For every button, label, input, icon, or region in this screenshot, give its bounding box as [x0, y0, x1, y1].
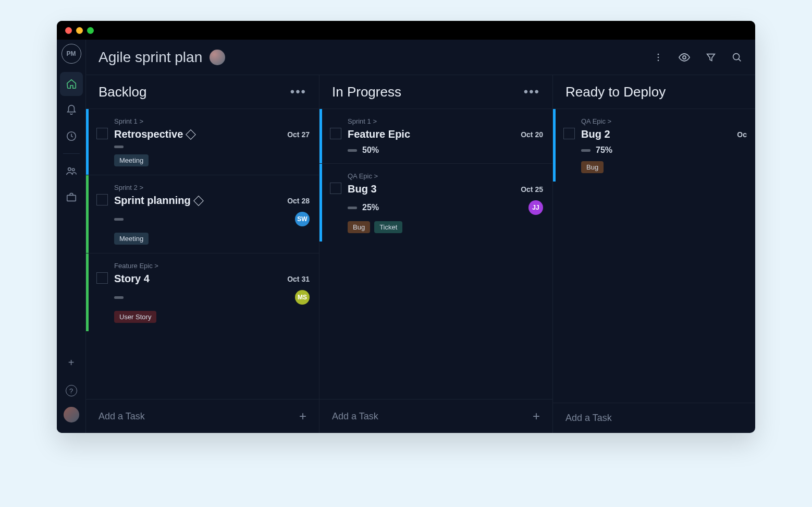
task-breadcrumb[interactable]: QA Epic >	[348, 172, 543, 180]
window-maximize-icon[interactable]	[87, 27, 94, 34]
column-title: Backlog	[99, 84, 147, 100]
app-logo[interactable]: PM	[61, 44, 81, 64]
sidebar-item-people[interactable]	[60, 159, 83, 183]
column-title: Ready to Deploy	[565, 84, 666, 100]
sidebar-item-projects[interactable]	[60, 185, 83, 209]
column-cards: QA Epic >Bug 2Oc75%Bug	[553, 108, 755, 403]
task-breadcrumb[interactable]: Sprint 2 >	[114, 184, 310, 191]
task-complete-checkbox[interactable]	[330, 183, 341, 194]
tag[interactable]: User Story	[114, 311, 156, 323]
task-breadcrumb[interactable]: Sprint 1 >	[348, 117, 543, 125]
task-title: Retrospective	[114, 128, 194, 140]
column-more-button[interactable]: •••	[524, 84, 540, 99]
tag[interactable]: Meeting	[114, 233, 149, 245]
sidebar: PM +	[57, 40, 86, 433]
task-progress: 50%	[362, 146, 379, 155]
window-minimize-icon[interactable]	[76, 27, 83, 34]
add-task-label: Add a Task	[565, 413, 612, 424]
window-close-icon[interactable]	[65, 27, 72, 34]
more-options-button[interactable]	[653, 51, 663, 64]
tag[interactable]: Bug	[581, 161, 604, 173]
task-meta: SW	[114, 212, 310, 226]
main-area: Agile sprint plan	[86, 40, 755, 433]
task-meta: 25%JJ	[348, 200, 543, 215]
add-task-button[interactable]: Add a Task	[553, 403, 755, 433]
assignee-avatar[interactable]: JJ	[528, 200, 543, 215]
column-header: In Progress•••	[319, 75, 552, 108]
assignee-avatar[interactable]: SW	[295, 212, 310, 226]
task-progress: 25%	[362, 203, 379, 212]
sidebar-user-avatar[interactable]	[64, 407, 79, 422]
bell-icon	[66, 104, 77, 116]
task-card[interactable]: Feature Epic >Story 4Oct 31MSUser Story	[86, 253, 319, 331]
milestone-diamond-icon	[186, 129, 196, 140]
project-owner-avatar[interactable]	[210, 50, 225, 65]
plus-icon: +	[533, 409, 540, 424]
task-title: Bug 3	[348, 183, 377, 195]
task-complete-checkbox[interactable]	[563, 128, 575, 139]
priority-indicator-icon	[114, 296, 124, 299]
page-title: Agile sprint plan	[99, 49, 202, 66]
search-button[interactable]	[731, 51, 743, 64]
task-card[interactable]: Sprint 1 >Feature EpicOct 2050%	[319, 108, 552, 163]
add-task-button[interactable]: Add a Task+	[86, 399, 319, 433]
task-meta: MS	[114, 290, 310, 305]
eye-icon	[678, 51, 691, 64]
svg-point-6	[658, 59, 659, 61]
column-title: In Progress	[332, 84, 401, 100]
board-column: In Progress•••Sprint 1 >Feature EpicOct …	[319, 75, 553, 433]
task-date: Oc	[737, 130, 747, 139]
task-breadcrumb[interactable]: Feature Epic >	[114, 262, 310, 270]
assignee-avatar[interactable]: MS	[295, 290, 310, 305]
filter-icon	[705, 52, 717, 63]
tag[interactable]: Meeting	[114, 154, 149, 166]
filter-button[interactable]	[705, 51, 717, 64]
svg-point-2	[72, 168, 75, 171]
task-title: Sprint planning	[114, 195, 202, 207]
window-titlebar	[57, 21, 755, 40]
column-cards: Sprint 1 >RetrospectiveOct 27MeetingSpri…	[86, 108, 319, 399]
search-icon	[731, 52, 743, 63]
help-icon: ?	[66, 385, 77, 396]
column-header: Ready to Deploy	[553, 75, 755, 108]
priority-indicator-icon	[114, 218, 124, 221]
priority-indicator-icon	[348, 149, 357, 152]
task-complete-checkbox[interactable]	[96, 194, 108, 206]
add-task-button[interactable]: Add a Task+	[319, 399, 552, 433]
column-header: Backlog•••	[86, 75, 319, 108]
task-card[interactable]: QA Epic >Bug 2Oc75%Bug	[553, 108, 755, 182]
task-date: Oct 27	[287, 130, 310, 139]
topbar: Agile sprint plan	[86, 40, 755, 75]
sidebar-item-notifications[interactable]	[60, 98, 83, 122]
tag[interactable]: Ticket	[374, 221, 402, 233]
task-progress: 75%	[596, 146, 612, 155]
task-complete-checkbox[interactable]	[330, 128, 341, 139]
board-column: Backlog•••Sprint 1 >RetrospectiveOct 27M…	[86, 75, 319, 433]
svg-point-5	[658, 56, 659, 58]
task-complete-checkbox[interactable]	[96, 128, 108, 139]
task-breadcrumb[interactable]: Sprint 1 >	[114, 117, 310, 125]
task-complete-checkbox[interactable]	[96, 272, 108, 284]
task-date: Oct 20	[521, 130, 543, 139]
tag[interactable]: Bug	[348, 221, 370, 233]
priority-indicator-icon	[581, 149, 590, 152]
plus-icon: +	[299, 409, 306, 424]
task-card-body: Feature Epic >Story 4Oct 31MSUser Story	[114, 262, 310, 323]
svg-rect-3	[67, 195, 76, 201]
sidebar-help-button[interactable]: ?	[60, 379, 83, 403]
task-meta	[114, 146, 310, 148]
plus-icon: +	[68, 357, 75, 369]
task-card[interactable]: Sprint 2 >Sprint planningOct 28SWMeeting	[86, 175, 319, 253]
sidebar-add-button[interactable]: +	[60, 351, 83, 375]
column-more-button[interactable]: •••	[290, 84, 306, 99]
watch-button[interactable]	[678, 51, 691, 64]
sidebar-item-recent[interactable]	[60, 124, 83, 148]
task-card-body: Sprint 2 >Sprint planningOct 28SWMeeting	[114, 184, 310, 245]
task-breadcrumb[interactable]: QA Epic >	[581, 117, 747, 125]
task-card[interactable]: Sprint 1 >RetrospectiveOct 27Meeting	[86, 108, 319, 175]
sidebar-item-home[interactable]	[60, 72, 83, 96]
svg-point-7	[683, 56, 686, 59]
task-date: Oct 25	[521, 185, 543, 194]
task-card[interactable]: QA Epic >Bug 3Oct 2525%JJBugTicket	[319, 163, 552, 242]
briefcase-icon	[66, 191, 77, 203]
